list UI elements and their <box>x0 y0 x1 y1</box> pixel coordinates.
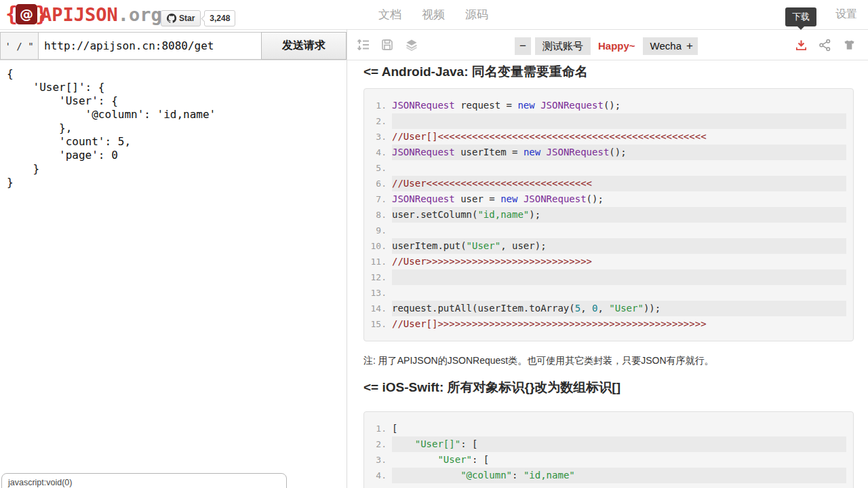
link-status-bubble: javascript:void(0) <box>1 473 287 488</box>
line-number: 10. <box>364 238 392 254</box>
section-note: 注: 用了APIJSON的JSONRequest类。也可使用其它类封装，只要JS… <box>363 355 714 367</box>
code-line: 10.userItem.put("User", user); <box>364 238 853 254</box>
line-number: 6. <box>364 176 392 191</box>
line-number: 15. <box>364 316 392 332</box>
layers-icon[interactable] <box>405 38 418 52</box>
code-line: 4.JSONRequest userItem = new JSONRequest… <box>364 145 853 160</box>
code-block-android: 1.JSONRequest request = new JSONRequest(… <box>363 88 854 341</box>
code-line: 7.JSONRequest user = new JSONRequest(); <box>364 191 853 207</box>
add-account-button[interactable]: + <box>682 37 698 55</box>
code-block-ios: 1.[2. "User[]": [3. "User": [4. "@column… <box>363 411 854 488</box>
section-heading-ios: <= iOS-Swift: 所有对象标识{}改为数组标识[] <box>363 379 620 396</box>
line-number: 1. <box>364 98 392 113</box>
remove-account-button[interactable]: − <box>515 37 531 55</box>
code-line: 3. "User": [ <box>364 452 853 468</box>
code-line: 4. "@column": "id,name" <box>364 468 853 483</box>
code-line: 9. <box>364 223 853 238</box>
code-line: 1.JSONRequest request = new JSONRequest(… <box>364 98 853 113</box>
account-tabs: 测试账号 Happy~ Wechat <box>535 37 692 55</box>
line-number: 5. <box>364 160 392 176</box>
nav-item-source[interactable]: 源码 <box>465 7 488 22</box>
code-line: 2. <box>364 113 853 129</box>
request-json-editor[interactable]: { 'User[]': { 'User': { '@column': 'id,n… <box>7 67 216 189</box>
code-line: 3.//User[]<<<<<<<<<<<<<<<<<<<<<<<<<<<<<<… <box>364 129 853 145</box>
reorder-icon[interactable] <box>357 38 370 52</box>
github-star-widget: Star 3,248 <box>161 10 235 26</box>
line-number: 1. <box>364 421 392 436</box>
code-line: 13. <box>364 285 853 301</box>
nav-item-docs[interactable]: 文档 <box>378 7 401 22</box>
download-tooltip: 下载 <box>785 7 816 26</box>
github-star-count[interactable]: 3,248 <box>204 10 235 26</box>
section-heading-android: <= Android-Java: 同名变量需要重命名 <box>363 63 588 81</box>
github-icon <box>167 14 176 23</box>
brand-suffix: .org <box>118 4 162 25</box>
github-star-button[interactable]: Star <box>161 10 201 26</box>
code-line: 15.//User[]>>>>>>>>>>>>>>>>>>>>>>>>>>>>>… <box>364 316 853 332</box>
code-line: 12. <box>364 269 853 285</box>
code-line: 6.//User<<<<<<<<<<<<<<<<<<<<<<<<<<<<< <box>364 176 853 191</box>
line-number: 8. <box>364 207 392 223</box>
logo-at-icon: @ <box>16 4 37 24</box>
line-number: 9. <box>364 223 392 238</box>
line-number: 3. <box>364 452 392 468</box>
account-tab-test[interactable]: 测试账号 <box>535 37 591 55</box>
code-line: 11.//User>>>>>>>>>>>>>>>>>>>>>>>>>>>>> <box>364 254 853 269</box>
line-number: 4. <box>364 145 392 160</box>
quote-toggle-button[interactable]: ' / " <box>0 32 39 60</box>
code-line: 8.user.setColumn("id,name"); <box>364 207 853 223</box>
nav-item-video[interactable]: 视频 <box>422 7 445 22</box>
save-icon[interactable] <box>380 38 394 52</box>
line-number: 2. <box>364 113 392 129</box>
line-number: 3. <box>364 129 392 145</box>
code-line: 14.request.putAll(userItem.toArray(5, 0,… <box>364 301 853 316</box>
brand-title[interactable]: APIJSON.org <box>41 4 162 25</box>
tshirt-icon[interactable] <box>843 39 856 52</box>
panel-divider <box>347 29 347 488</box>
star-label: Star <box>179 14 195 23</box>
send-request-button[interactable]: 发送请求 <box>261 32 347 60</box>
line-number: 4. <box>364 468 392 483</box>
code-line: 1.[ <box>364 421 853 436</box>
line-number: 13. <box>364 285 392 301</box>
settings-link[interactable]: 设置 <box>835 0 857 29</box>
download-icon[interactable] <box>795 39 808 52</box>
line-number: 12. <box>364 269 392 285</box>
line-number: 14. <box>364 301 392 316</box>
share-icon[interactable] <box>818 39 831 52</box>
toolbar-divider <box>0 60 868 60</box>
account-tab-current[interactable]: Happy~ <box>591 37 643 55</box>
top-nav: 文档视频源码 <box>378 0 488 29</box>
line-number: 11. <box>364 254 392 269</box>
url-input[interactable] <box>38 32 262 60</box>
line-number: 7. <box>364 191 392 207</box>
header: { @ } APIJSON.org Star 3,248 文档视频源码 设置 <box>0 0 868 30</box>
code-line: 2. "User[]": [ <box>364 436 853 452</box>
code-line: 5. <box>364 160 853 176</box>
line-number: 2. <box>364 436 392 452</box>
